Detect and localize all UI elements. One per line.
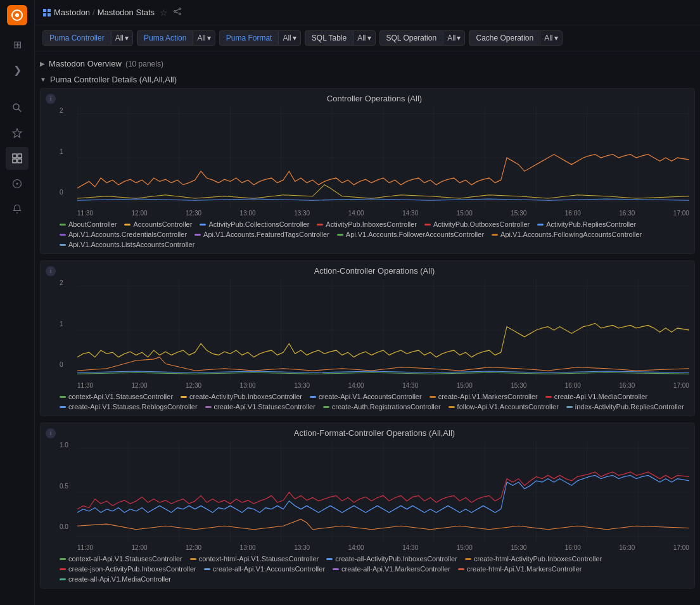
legend-label: index-ActivityPub.RepliesController	[575, 403, 684, 411]
legend-label: create-html-Api.V1.MarkersController	[467, 565, 582, 573]
star-icon[interactable]	[6, 122, 29, 144]
legend-label: create-Api.V1.Statuses.ReblogsController	[68, 403, 198, 411]
sql-operation-select[interactable]: All ▾	[443, 30, 465, 46]
info-icon[interactable]: i	[46, 428, 56, 438]
svg-line-19	[176, 10, 179, 11]
puma-controller-details-title: Puma Controller Details (All,All,All)	[50, 75, 177, 84]
x-label: 17:00	[673, 382, 689, 389]
x-label: 11:30	[77, 382, 93, 389]
legend-item: create-html-ActivityPub.InboxesControlle…	[465, 555, 602, 563]
chart-svg-2	[60, 279, 689, 381]
collapse-sidebar-icon[interactable]: ❯	[6, 58, 29, 81]
legend-item: create-ActivityPub.InboxesController	[181, 393, 302, 400]
x-label: 12:00	[132, 382, 148, 389]
x-label: 15:00	[457, 544, 473, 551]
legend-label: Api.V1.Accounts.FollowerAccountsControll…	[346, 231, 484, 238]
legend-label: create-Api.V1.StatusesController	[214, 403, 315, 411]
legend-item: create-Api.V1.MediaController	[545, 393, 647, 400]
svg-rect-8	[18, 159, 22, 163]
x-label: 13:00	[240, 210, 256, 217]
sidebar: ⊞ ❯	[0, 0, 35, 605]
x-axis-labels: 11:30 12:00 12:30 13:00 13:30 14:00 14:3…	[60, 210, 689, 217]
mastodon-overview-header[interactable]: ▶ Mastodon Overview (10 panels)	[40, 56, 695, 72]
legend-item: context-html-Api.V1.StatusesController	[190, 555, 319, 563]
puma-controller-select[interactable]: All ▾	[111, 30, 133, 46]
cache-operation-filter: Cache Operation All ▾	[469, 30, 562, 46]
puma-action-select[interactable]: All ▾	[193, 30, 215, 46]
sql-operation-filter: SQL Operation All ▾	[379, 30, 466, 46]
x-axis-labels-2: 11:30 12:00 12:30 13:00 13:30 14:00 14:3…	[60, 382, 689, 389]
legend-label: create-Auth.RegistrationsController	[332, 403, 441, 411]
x-label: 16:00	[565, 382, 581, 389]
puma-format-label: Puma Format	[219, 30, 279, 46]
cache-operation-select[interactable]: All ▾	[540, 30, 562, 46]
svg-rect-15	[48, 13, 51, 16]
x-label: 13:00	[240, 382, 256, 389]
legend-label: ActivityPub.CollectionsController	[208, 220, 309, 228]
breadcrumb-root[interactable]: Mastodon	[54, 8, 90, 17]
puma-controller-label: Puma Controller	[42, 30, 111, 46]
legend-label: create-Api.V1.MarkersController	[438, 393, 538, 400]
puma-format-filter: Puma Format All ▾	[219, 30, 301, 46]
panel-content: Controller Operations (All) 2 1 0	[60, 94, 689, 248]
action-controller-ops-legend: context-Api.V1.StatusesController create…	[60, 393, 689, 411]
legend-label: Api.V1.Accounts.CredentialsController	[68, 231, 187, 238]
legend-item: create-Api.V1.Statuses.ReblogsController	[60, 403, 198, 411]
action-format-controller-ops-chart: 1.0 0.5 0.0	[60, 442, 689, 543]
legend-item: context-all-Api.V1.StatusesController	[60, 555, 182, 563]
grid-icon[interactable]: ⊞	[6, 33, 29, 56]
legend-item: index-ActivityPub.RepliesController	[566, 403, 684, 411]
svg-point-18	[179, 13, 181, 15]
legend-label: Api.V1.Accounts.ListsAccountsController	[68, 241, 194, 248]
puma-action-filter: Puma Action All ▾	[137, 30, 215, 46]
info-icon[interactable]: i	[46, 94, 56, 104]
chart-svg-3	[60, 442, 689, 543]
legend-item: context-Api.V1.StatusesController	[60, 393, 173, 400]
x-label: 12:30	[186, 544, 201, 551]
legend-item: ActivityPub.OutboxesController	[424, 220, 530, 228]
breadcrumb-current[interactable]: Mastodon Stats	[98, 8, 155, 17]
x-label: 12:30	[186, 210, 201, 217]
favorite-star-icon[interactable]: ☆	[160, 8, 168, 18]
sql-table-select[interactable]: All ▾	[353, 30, 375, 46]
dashboard-icon[interactable]	[6, 147, 29, 170]
x-label: 17:00	[673, 544, 689, 551]
share-icon[interactable]	[173, 7, 182, 18]
svg-line-3	[18, 109, 21, 111]
app-logo[interactable]	[7, 5, 27, 25]
action-format-controller-ops-panel: i Action-Format-Controller Operations (A…	[40, 423, 695, 589]
x-label: 13:30	[294, 544, 310, 551]
mastodon-logo-icon	[42, 8, 51, 17]
x-label: 17:00	[673, 210, 689, 217]
panel-header: i Action-Controller Operations (All) 2 1…	[46, 266, 689, 411]
action-format-controller-ops-title: Action-Format-Controller Operations (All…	[60, 428, 689, 438]
svg-point-1	[15, 13, 19, 17]
bell-icon[interactable]	[6, 198, 29, 220]
legend-label: create-ActivityPub.InboxesController	[189, 393, 302, 400]
legend-label: create-all-Api.V1.MarkersController	[341, 565, 450, 573]
svg-line-20	[176, 12, 179, 13]
legend-item: create-Auth.RegistrationsController	[323, 403, 441, 411]
legend-label: AboutController	[68, 220, 117, 228]
x-label: 13:30	[294, 210, 310, 217]
puma-controller-details-header[interactable]: ▼ Puma Controller Details (All,All,All)	[40, 72, 695, 88]
action-controller-ops-title: Action-Controller Operations (All)	[60, 266, 689, 276]
svg-marker-4	[13, 129, 22, 137]
controller-ops-title: Controller Operations (All)	[60, 94, 689, 103]
cache-operation-label: Cache Operation	[469, 30, 540, 46]
x-label: 15:30	[511, 544, 526, 551]
chart-svg	[60, 107, 689, 208]
puma-format-select[interactable]: All ▾	[278, 30, 300, 46]
x-label: 14:00	[348, 382, 364, 389]
x-label: 14:30	[402, 544, 418, 551]
x-label: 12:00	[132, 210, 148, 217]
content-area: ▶ Mastodon Overview (10 panels) ▼ Puma C…	[35, 51, 700, 605]
search-icon[interactable]	[6, 96, 29, 119]
compass-icon[interactable]	[6, 172, 29, 195]
legend-item: follow-Api.V1.AccountsController	[449, 403, 559, 411]
info-icon[interactable]: i	[46, 266, 56, 276]
legend-label: context-html-Api.V1.StatusesController	[199, 555, 319, 563]
legend-item: create-all-Api.V1.MediaController	[60, 575, 171, 583]
x-label: 11:30	[77, 210, 93, 217]
legend-item: ActivityPub.InboxesController	[317, 220, 417, 228]
